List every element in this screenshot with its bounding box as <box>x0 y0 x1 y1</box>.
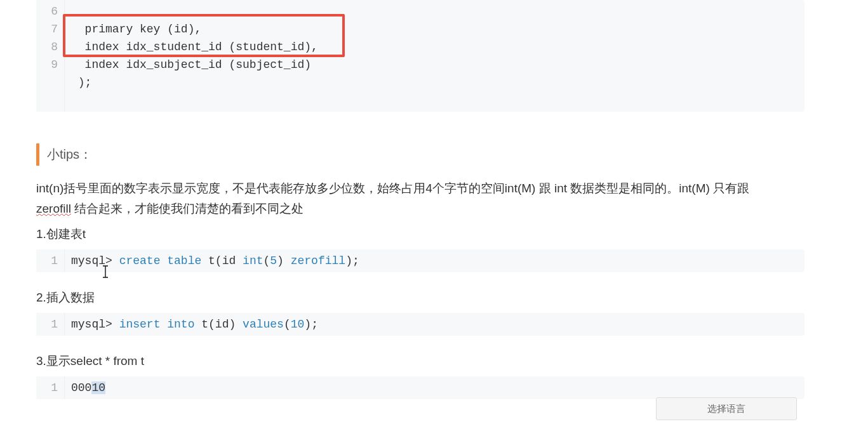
line-gutter: 1 <box>36 249 65 272</box>
line-number: 9 <box>43 56 58 74</box>
keyword-int: int <box>243 255 263 267</box>
code-line: index idx_student_id (student_id), <box>71 41 318 53</box>
selected-text: 10 <box>91 381 105 394</box>
code-block-4: 1 00010 <box>36 376 805 399</box>
keyword-table: table <box>167 255 201 267</box>
line-number: 8 <box>43 38 58 56</box>
code-content: mysql> insert into t(id) values(10); <box>65 313 805 336</box>
line-gutter: 1 <box>36 313 65 336</box>
keyword-insert: insert <box>119 318 161 331</box>
code-content: primary key (id), index idx_student_id (… <box>65 0 805 112</box>
code-line: primary key (id), <box>71 23 201 36</box>
tips-paragraph: int(n)括号里面的数字表示显示宽度，不是代表能存放多少位数，始终占用4个字节… <box>36 178 805 219</box>
code-text: t(id) <box>194 318 243 331</box>
line-number: 1 <box>43 315 58 333</box>
line-number: 7 <box>43 20 58 38</box>
code-text: mysql <box>71 255 105 267</box>
literal-10: 10 <box>291 318 305 331</box>
step-1-label: 1.创建表t <box>36 224 805 244</box>
code-text: 000 <box>71 381 91 394</box>
line-gutter: 1 <box>36 376 65 399</box>
tips-label: 小tips： <box>47 147 92 161</box>
code-content: mysql> create table t(id int(5) zerofill… <box>65 249 805 272</box>
line-gutter: 6 7 8 9 <box>36 0 65 112</box>
code-block-1: 6 7 8 9 primary key (id), index idx_stud… <box>36 0 805 112</box>
code-text: t(id <box>201 255 243 267</box>
tips-callout: 小tips： <box>36 143 805 166</box>
select-language-button[interactable]: 选择语言 <box>656 397 797 407</box>
line-number: 1 <box>43 252 58 270</box>
tips-text-seg2: 结合起来，才能使我们清楚的看到不同之处 <box>71 202 304 215</box>
line-number: 6 <box>43 3 58 20</box>
code-text: mysql> <box>71 318 119 331</box>
code-line: index idx_subject_id (subject_id) <box>71 58 311 71</box>
step-2-label: 2.插入数据 <box>36 288 805 308</box>
literal-5: 5 <box>270 255 277 267</box>
code-line: ); <box>71 76 91 89</box>
keyword-values: values <box>243 318 284 331</box>
line-number: 1 <box>43 379 58 397</box>
tips-zerofill-word: zerofill <box>36 202 71 215</box>
code-block-3: 1 mysql> insert into t(id) values(10); <box>36 313 805 336</box>
code-block-2: 1 mysql> create table t(id int(5) zerofi… <box>36 249 805 272</box>
select-language-label: 选择语言 <box>707 403 745 407</box>
keyword-create: create <box>119 255 161 267</box>
tips-text-seg1: int(n)括号里面的数字表示显示宽度，不是代表能存放多少位数，始终占用4个字节… <box>36 182 749 195</box>
step-3-label: 3.显示select * from t <box>36 351 805 371</box>
keyword-zerofill: zerofill <box>291 255 345 267</box>
code-content: 00010 <box>65 376 805 399</box>
keyword-into: into <box>167 318 194 331</box>
